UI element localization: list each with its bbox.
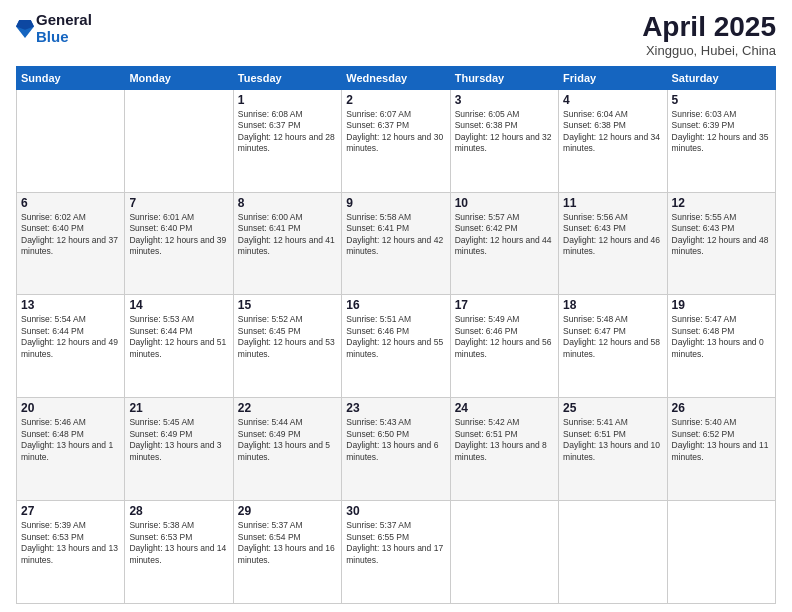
day-number: 3 [455, 93, 554, 107]
day-number: 20 [21, 401, 120, 415]
calendar-cell [125, 89, 233, 192]
calendar-cell: 16Sunrise: 5:51 AM Sunset: 6:46 PM Dayli… [342, 295, 450, 398]
logo-blue: Blue [36, 29, 92, 46]
day-number: 23 [346, 401, 445, 415]
col-header-sunday: Sunday [17, 66, 125, 89]
day-number: 28 [129, 504, 228, 518]
calendar-cell [667, 501, 775, 604]
calendar-week-1: 6Sunrise: 6:02 AM Sunset: 6:40 PM Daylig… [17, 192, 776, 295]
calendar-cell: 26Sunrise: 5:40 AM Sunset: 6:52 PM Dayli… [667, 398, 775, 501]
cell-info: Sunrise: 5:47 AM Sunset: 6:48 PM Dayligh… [672, 314, 771, 360]
calendar-cell [559, 501, 667, 604]
day-number: 7 [129, 196, 228, 210]
location: Xingguo, Hubei, China [642, 43, 776, 58]
calendar-cell [17, 89, 125, 192]
day-number: 19 [672, 298, 771, 312]
calendar-cell: 4Sunrise: 6:04 AM Sunset: 6:38 PM Daylig… [559, 89, 667, 192]
day-number: 10 [455, 196, 554, 210]
calendar-cell: 27Sunrise: 5:39 AM Sunset: 6:53 PM Dayli… [17, 501, 125, 604]
day-number: 9 [346, 196, 445, 210]
cell-info: Sunrise: 5:48 AM Sunset: 6:47 PM Dayligh… [563, 314, 662, 360]
day-number: 6 [21, 196, 120, 210]
day-number: 25 [563, 401, 662, 415]
day-number: 14 [129, 298, 228, 312]
calendar-cell: 20Sunrise: 5:46 AM Sunset: 6:48 PM Dayli… [17, 398, 125, 501]
cell-info: Sunrise: 6:01 AM Sunset: 6:40 PM Dayligh… [129, 212, 228, 258]
calendar-cell: 12Sunrise: 5:55 AM Sunset: 6:43 PM Dayli… [667, 192, 775, 295]
day-number: 18 [563, 298, 662, 312]
calendar-cell: 28Sunrise: 5:38 AM Sunset: 6:53 PM Dayli… [125, 501, 233, 604]
day-number: 11 [563, 196, 662, 210]
day-number: 4 [563, 93, 662, 107]
logo: General Blue [16, 12, 92, 45]
calendar-cell: 25Sunrise: 5:41 AM Sunset: 6:51 PM Dayli… [559, 398, 667, 501]
cell-info: Sunrise: 5:38 AM Sunset: 6:53 PM Dayligh… [129, 520, 228, 566]
calendar-week-0: 1Sunrise: 6:08 AM Sunset: 6:37 PM Daylig… [17, 89, 776, 192]
cell-info: Sunrise: 5:41 AM Sunset: 6:51 PM Dayligh… [563, 417, 662, 463]
calendar-table: SundayMondayTuesdayWednesdayThursdayFrid… [16, 66, 776, 604]
calendar-cell: 8Sunrise: 6:00 AM Sunset: 6:41 PM Daylig… [233, 192, 341, 295]
cell-info: Sunrise: 5:37 AM Sunset: 6:55 PM Dayligh… [346, 520, 445, 566]
calendar-cell [450, 501, 558, 604]
day-number: 21 [129, 401, 228, 415]
cell-info: Sunrise: 6:04 AM Sunset: 6:38 PM Dayligh… [563, 109, 662, 155]
day-number: 30 [346, 504, 445, 518]
col-header-monday: Monday [125, 66, 233, 89]
title-area: April 2025 Xingguo, Hubei, China [642, 12, 776, 58]
header: General Blue April 2025 Xingguo, Hubei, … [16, 12, 776, 58]
cell-info: Sunrise: 5:53 AM Sunset: 6:44 PM Dayligh… [129, 314, 228, 360]
cell-info: Sunrise: 5:58 AM Sunset: 6:41 PM Dayligh… [346, 212, 445, 258]
cell-info: Sunrise: 6:08 AM Sunset: 6:37 PM Dayligh… [238, 109, 337, 155]
page: General Blue April 2025 Xingguo, Hubei, … [0, 0, 792, 612]
day-number: 8 [238, 196, 337, 210]
cell-info: Sunrise: 6:05 AM Sunset: 6:38 PM Dayligh… [455, 109, 554, 155]
col-header-wednesday: Wednesday [342, 66, 450, 89]
calendar-cell: 7Sunrise: 6:01 AM Sunset: 6:40 PM Daylig… [125, 192, 233, 295]
day-number: 26 [672, 401, 771, 415]
calendar-cell: 30Sunrise: 5:37 AM Sunset: 6:55 PM Dayli… [342, 501, 450, 604]
calendar-cell: 1Sunrise: 6:08 AM Sunset: 6:37 PM Daylig… [233, 89, 341, 192]
calendar-cell: 14Sunrise: 5:53 AM Sunset: 6:44 PM Dayli… [125, 295, 233, 398]
calendar-cell: 19Sunrise: 5:47 AM Sunset: 6:48 PM Dayli… [667, 295, 775, 398]
calendar-week-4: 27Sunrise: 5:39 AM Sunset: 6:53 PM Dayli… [17, 501, 776, 604]
cell-info: Sunrise: 6:00 AM Sunset: 6:41 PM Dayligh… [238, 212, 337, 258]
day-number: 12 [672, 196, 771, 210]
calendar-cell: 29Sunrise: 5:37 AM Sunset: 6:54 PM Dayli… [233, 501, 341, 604]
cell-info: Sunrise: 5:52 AM Sunset: 6:45 PM Dayligh… [238, 314, 337, 360]
cell-info: Sunrise: 5:49 AM Sunset: 6:46 PM Dayligh… [455, 314, 554, 360]
calendar-cell: 11Sunrise: 5:56 AM Sunset: 6:43 PM Dayli… [559, 192, 667, 295]
logo-icon [16, 18, 34, 40]
calendar-cell: 5Sunrise: 6:03 AM Sunset: 6:39 PM Daylig… [667, 89, 775, 192]
calendar-cell: 9Sunrise: 5:58 AM Sunset: 6:41 PM Daylig… [342, 192, 450, 295]
day-number: 24 [455, 401, 554, 415]
cell-info: Sunrise: 5:54 AM Sunset: 6:44 PM Dayligh… [21, 314, 120, 360]
col-header-tuesday: Tuesday [233, 66, 341, 89]
logo-text: General Blue [36, 12, 92, 45]
cell-info: Sunrise: 6:07 AM Sunset: 6:37 PM Dayligh… [346, 109, 445, 155]
cell-info: Sunrise: 5:55 AM Sunset: 6:43 PM Dayligh… [672, 212, 771, 258]
cell-info: Sunrise: 5:45 AM Sunset: 6:49 PM Dayligh… [129, 417, 228, 463]
cell-info: Sunrise: 6:03 AM Sunset: 6:39 PM Dayligh… [672, 109, 771, 155]
calendar-cell: 18Sunrise: 5:48 AM Sunset: 6:47 PM Dayli… [559, 295, 667, 398]
cell-info: Sunrise: 5:56 AM Sunset: 6:43 PM Dayligh… [563, 212, 662, 258]
calendar-cell: 13Sunrise: 5:54 AM Sunset: 6:44 PM Dayli… [17, 295, 125, 398]
calendar-cell: 10Sunrise: 5:57 AM Sunset: 6:42 PM Dayli… [450, 192, 558, 295]
day-number: 1 [238, 93, 337, 107]
calendar-cell: 6Sunrise: 6:02 AM Sunset: 6:40 PM Daylig… [17, 192, 125, 295]
cell-info: Sunrise: 5:46 AM Sunset: 6:48 PM Dayligh… [21, 417, 120, 463]
calendar-cell: 3Sunrise: 6:05 AM Sunset: 6:38 PM Daylig… [450, 89, 558, 192]
day-number: 15 [238, 298, 337, 312]
calendar-cell: 22Sunrise: 5:44 AM Sunset: 6:49 PM Dayli… [233, 398, 341, 501]
cell-info: Sunrise: 5:40 AM Sunset: 6:52 PM Dayligh… [672, 417, 771, 463]
cell-info: Sunrise: 5:51 AM Sunset: 6:46 PM Dayligh… [346, 314, 445, 360]
cell-info: Sunrise: 5:42 AM Sunset: 6:51 PM Dayligh… [455, 417, 554, 463]
day-number: 17 [455, 298, 554, 312]
cell-info: Sunrise: 5:39 AM Sunset: 6:53 PM Dayligh… [21, 520, 120, 566]
calendar-cell: 2Sunrise: 6:07 AM Sunset: 6:37 PM Daylig… [342, 89, 450, 192]
calendar-cell: 15Sunrise: 5:52 AM Sunset: 6:45 PM Dayli… [233, 295, 341, 398]
calendar-header-row: SundayMondayTuesdayWednesdayThursdayFrid… [17, 66, 776, 89]
day-number: 29 [238, 504, 337, 518]
day-number: 5 [672, 93, 771, 107]
col-header-saturday: Saturday [667, 66, 775, 89]
calendar-week-2: 13Sunrise: 5:54 AM Sunset: 6:44 PM Dayli… [17, 295, 776, 398]
